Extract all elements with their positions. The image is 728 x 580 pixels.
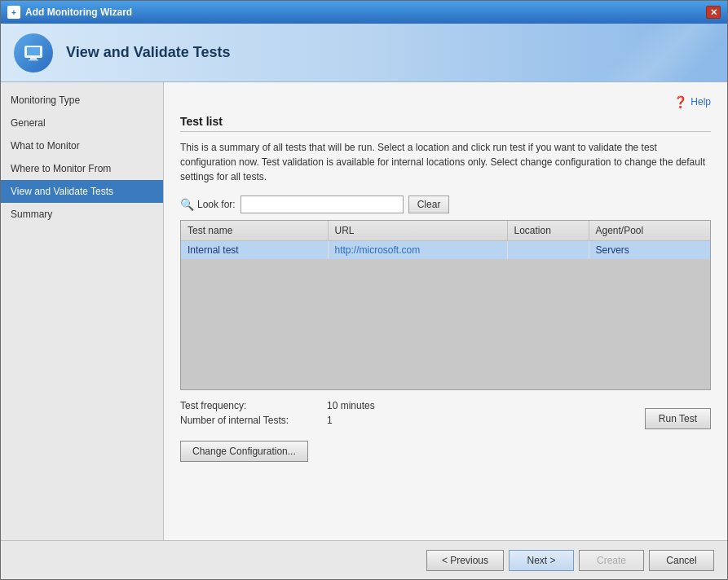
test-table: Test name URL Location Agent/Pool Intern… (181, 221, 710, 389)
col-url: URL (328, 221, 507, 241)
info-section: Test frequency: 10 minutes Number of int… (180, 400, 375, 429)
title-bar: + Add Monitoring Wizard ✕ (1, 1, 727, 24)
sidebar-item-view-validate-tests[interactable]: View and Validate Tests (1, 180, 163, 203)
table-header-row: Test name URL Location Agent/Pool (181, 221, 710, 241)
help-icon: ❓ (673, 95, 687, 108)
info-and-run: Test frequency: 10 minutes Number of int… (180, 400, 711, 429)
sidebar-item-where-monitor-from[interactable]: Where to Monitor From (1, 157, 163, 180)
svg-rect-3 (29, 59, 38, 61)
table-row[interactable]: Internal test http://microsoft.com Serve… (181, 241, 710, 260)
header-icon (14, 33, 53, 72)
test-frequency-label: Test frequency: (180, 400, 327, 411)
col-test-name: Test name (181, 221, 328, 241)
number-internal-row: Number of internal Tests: 1 (180, 415, 375, 426)
look-for-label: 🔍 Look for: (180, 198, 236, 211)
cell-url: http://microsoft.com (328, 241, 507, 260)
main-layout: Monitoring Type General What to Monitor … (1, 82, 727, 540)
close-button[interactable]: ✕ (706, 6, 721, 19)
help-row: ❓ Help (180, 95, 711, 108)
app-icon: + (7, 6, 20, 19)
help-link[interactable]: Help (690, 96, 711, 108)
look-for-input[interactable] (240, 196, 404, 213)
cell-location (507, 241, 589, 260)
cell-test-name: Internal test (181, 241, 328, 260)
header-bg-decoration (564, 24, 727, 82)
create-button[interactable]: Create (579, 550, 644, 571)
sidebar-item-what-to-monitor[interactable]: What to Monitor (1, 134, 163, 157)
sidebar: Monitoring Type General What to Monitor … (1, 82, 164, 540)
sidebar-item-monitoring-type[interactable]: Monitoring Type (1, 89, 163, 112)
change-configuration-button[interactable]: Change Configuration... (180, 441, 308, 462)
number-internal-label: Number of internal Tests: (180, 415, 327, 426)
search-icon: 🔍 (180, 198, 194, 211)
test-table-container: Test name URL Location Agent/Pool Intern… (180, 220, 711, 390)
look-for-row: 🔍 Look for: Clear (180, 196, 711, 213)
test-frequency-value: 10 minutes (327, 400, 375, 411)
content-area: ❓ Help Test list This is a summary of al… (164, 82, 727, 540)
table-spacer-row (181, 259, 710, 389)
section-title: Test list (180, 115, 711, 132)
col-agent-pool: Agent/Pool (589, 221, 710, 241)
number-internal-value: 1 (327, 415, 333, 426)
sidebar-item-general[interactable]: General (1, 112, 163, 134)
sidebar-item-summary[interactable]: Summary (1, 203, 163, 226)
next-button[interactable]: Next > (509, 550, 574, 571)
main-window: + Add Monitoring Wizard ✕ View and Valid… (0, 0, 728, 580)
test-frequency-row: Test frequency: 10 minutes (180, 400, 375, 411)
col-location: Location (507, 221, 589, 241)
run-test-button[interactable]: Run Test (645, 408, 711, 429)
header-banner: View and Validate Tests (1, 24, 727, 82)
svg-rect-2 (30, 58, 37, 59)
clear-button[interactable]: Clear (408, 196, 450, 213)
description-text: This is a summary of all tests that will… (180, 140, 711, 184)
header-title: View and Validate Tests (66, 44, 230, 61)
svg-rect-1 (27, 47, 40, 55)
cancel-button[interactable]: Cancel (649, 550, 714, 571)
cell-agent-pool: Servers (589, 241, 710, 260)
window-title: Add Monitoring Wizard (25, 7, 706, 18)
previous-button[interactable]: < Previous (426, 550, 504, 571)
footer: < Previous Next > Create Cancel (1, 540, 727, 579)
